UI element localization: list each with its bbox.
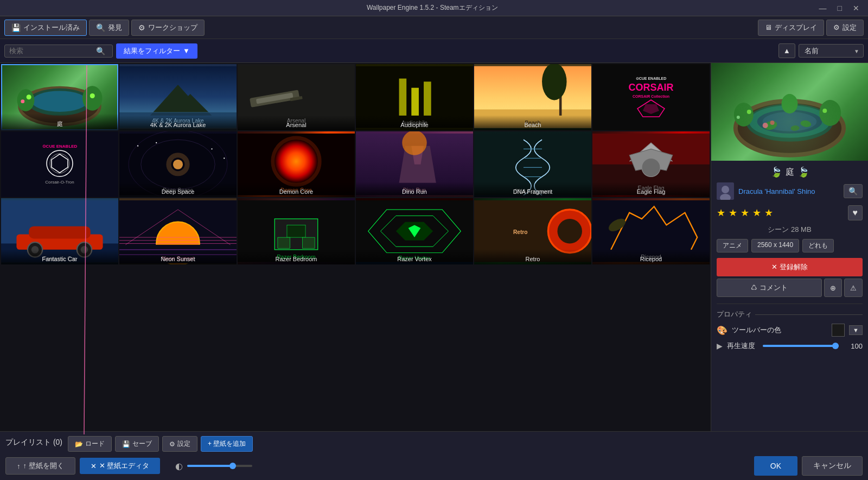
heart-button[interactable]: ♥: [848, 205, 863, 220]
wallpaper-item[interactable]: Dino Run Dino Run: [356, 131, 473, 198]
brightness-icon: ◐: [175, 461, 183, 471]
author-search-button[interactable]: 🔍: [844, 184, 863, 198]
add-wallpaper-button[interactable]: + 壁紙を追加: [201, 436, 253, 452]
discover-nav-button[interactable]: 🔍 発見: [89, 20, 129, 36]
wallpaper-item[interactable]: Eagle Flag Eagle Flag: [592, 131, 710, 198]
wallpaper-item[interactable]: Ricepod Ricepod: [592, 198, 710, 264]
tags-row: アニメ 2560 x 1440 どれも: [717, 239, 863, 252]
color-swatch[interactable]: [832, 324, 845, 337]
author-avatar: [717, 182, 734, 200]
workshop-icon: ⚙: [138, 23, 145, 32]
author-row: Dracula 'Hannibal' Shino 🔍: [717, 182, 863, 200]
speed-value: 100: [846, 342, 863, 350]
tag-anim[interactable]: アニメ: [717, 239, 748, 252]
workshop-nav-button[interactable]: ⚙ ワークショップ: [131, 20, 205, 36]
wallpaper-name: Razer Vortex: [356, 249, 473, 264]
preview-image: [711, 63, 868, 161]
maximize-button[interactable]: □: [834, 3, 845, 14]
wallpaper-item[interactable]: ⊙CUE ENABLED CORSAIR CORSAIR Collection: [592, 64, 710, 130]
wallpaper-title-row: 🍃 庭 🍃: [717, 166, 863, 178]
titlebar-controls: — □ ✕: [816, 3, 863, 14]
comment-button[interactable]: ♺ コメント: [717, 279, 822, 297]
ok-button[interactable]: OK: [754, 456, 797, 476]
wallpaper-item[interactable]: Razer Vortex Razer Vortex: [356, 198, 473, 264]
tag-mode[interactable]: どれも: [802, 239, 834, 252]
sort-collapse-button[interactable]: ▲: [778, 43, 795, 58]
speed-slider-thumb: [832, 343, 839, 349]
app: 💾 インストール済み 🔍 発見 ⚙ ワークショップ 🖥 ディスプレイ ⚙ 設定 …: [0, 16, 868, 480]
wallpaper-item[interactable]: ⊙CUE ENABLED Corsair-O-Tron: [1, 131, 118, 198]
wallpaper-name: 4K & 2K Aurora Lake: [119, 115, 237, 130]
settings-playlist-button[interactable]: ⚙ 設定: [162, 436, 197, 452]
leaf-left-icon: 🍃: [770, 166, 782, 178]
tag-resolution[interactable]: 2560 x 1440: [751, 239, 799, 252]
installed-icon: 💾: [11, 23, 21, 32]
wallpaper-item[interactable]: Razer Bedroom Razer Bedroom: [238, 198, 355, 264]
wallpaper-title: 庭: [786, 167, 794, 178]
content-area: 庭 4K & 2K Aurora Lake 4K & 2K Aurora Lak…: [0, 63, 868, 431]
flag-button[interactable]: ⚠: [844, 279, 863, 297]
leaf-right-icon: 🍃: [797, 166, 809, 178]
star-5: ★: [764, 207, 773, 219]
wallpaper-name: Beach: [474, 115, 591, 130]
save-button[interactable]: 💾 セーブ: [115, 436, 159, 452]
wallpaper-item[interactable]: Demon Core Demon Core: [238, 131, 355, 198]
topnav: 💾 インストール済み 🔍 発見 ⚙ ワークショップ 🖥 ディスプレイ ⚙ 設定: [0, 16, 868, 39]
filter-button[interactable]: 結果をフィルター ▼: [116, 43, 197, 59]
playback-speed-row: ▶ 再生速度 100: [717, 341, 863, 351]
filter-icon: ▼: [183, 47, 190, 55]
wallpaper-item[interactable]: 庭: [1, 64, 118, 130]
copy-button[interactable]: ⊕: [824, 279, 842, 297]
sort-dropdown[interactable]: 名前 評価 追加日 ファイルサイズ: [799, 44, 864, 58]
wallpaper-item[interactable]: Deep Space Deep Space: [119, 131, 237, 198]
action-bar: ↑ ↑ 壁紙を開く ✕ ✕ 壁紙エディタ ◐ OK キャンセル: [5, 456, 863, 476]
brightness-thumb: [229, 463, 236, 469]
svg-point-30: [50, 154, 69, 173]
discover-icon: 🔍: [96, 23, 105, 32]
settings-button[interactable]: ⚙ 設定: [826, 20, 864, 36]
star-2: ★: [729, 207, 737, 219]
brightness-fill: [187, 465, 233, 467]
svg-point-113: [722, 186, 729, 193]
wallpaper-item[interactable]: Fantastic Car Fantastic Car: [1, 198, 118, 264]
speed-slider[interactable]: [763, 345, 839, 347]
play-icon: ▶: [717, 342, 723, 350]
wallpaper-item[interactable]: Neon Sunset Neon Sunset: [119, 198, 237, 264]
wallpaper-name: Deep Space: [119, 182, 237, 197]
settings-icon: ⚙: [169, 440, 175, 448]
wallpaper-item[interactable]: Retro Retro: [474, 198, 591, 264]
editor-icon: ✕: [91, 462, 97, 470]
sort-select: ▲ 名前 評価 追加日 ファイルサイズ: [778, 43, 864, 58]
playlist-label: プレイリスト (0): [5, 438, 62, 447]
unsubscribe-button[interactable]: ✕ 登録解除: [717, 258, 863, 276]
close-button[interactable]: ✕: [850, 3, 863, 14]
cancel-button[interactable]: キャンセル: [802, 456, 863, 476]
editor-button[interactable]: ✕ ✕ 壁紙エディタ: [80, 458, 161, 474]
minimize-button[interactable]: —: [816, 3, 830, 14]
open-wallpaper-button[interactable]: ↑ ↑ 壁紙を開く: [5, 457, 75, 475]
brightness-slider[interactable]: [187, 465, 252, 467]
topnav-right: 🖥 ディスプレイ ⚙ 設定: [758, 20, 864, 36]
wallpaper-item[interactable]: Audiophile Audiophile: [356, 64, 473, 130]
color-dropdown-button[interactable]: ▼: [849, 325, 863, 335]
installed-nav-button[interactable]: 💾 インストール済み: [4, 20, 87, 36]
wallpaper-grid-container[interactable]: 庭 4K & 2K Aurora Lake 4K & 2K Aurora Lak…: [0, 63, 711, 431]
wallpaper-name: 庭: [1, 113, 118, 130]
search-input-wrap: 🔍: [4, 45, 113, 58]
wallpaper-name: Ricepod: [592, 249, 710, 264]
display-button[interactable]: 🖥 ディスプレイ: [758, 20, 824, 36]
load-icon: 📂: [75, 440, 83, 448]
avatar-image: [717, 182, 734, 200]
wallpaper-item[interactable]: DNA Fragment DNA Fragment: [474, 131, 591, 198]
wallpaper-name: Demon Core: [238, 182, 355, 197]
wallpaper-item[interactable]: Beach Beach: [474, 64, 591, 130]
titlebar-title: Wallpaper Engine 1.5.2 - Steamエディション: [49, 3, 816, 12]
wallpaper-item[interactable]: Arsenal Arsenal: [238, 64, 355, 130]
load-button[interactable]: 📂 ロード: [68, 436, 112, 452]
wallpaper-item[interactable]: 4K & 2K Aurora Lake 4K & 2K Aurora Lake: [119, 64, 237, 130]
author-name[interactable]: Dracula 'Hannibal' Shino: [738, 187, 839, 195]
stars-row: ★ ★ ★ ★ ★ ♥: [717, 205, 863, 220]
search-input[interactable]: [9, 47, 96, 55]
properties-header: プロパティ: [717, 310, 863, 319]
properties-section: プロパティ 🎨 ツールバーの色 ▼ ▶ 再生速度: [717, 304, 863, 351]
